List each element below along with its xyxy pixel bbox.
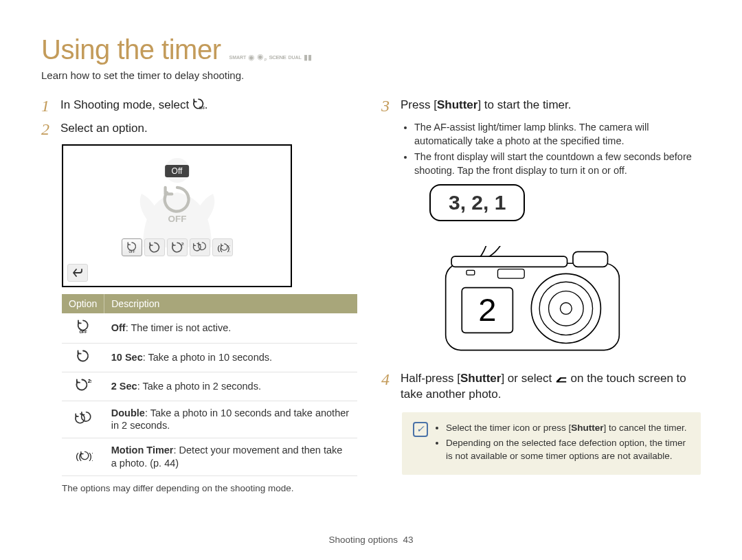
svg-rect-11 bbox=[451, 256, 567, 267]
page-root: Using the timer SMART ◉ ◉P SCENE DUAL ▮▮… bbox=[0, 0, 742, 521]
step-number: 4 bbox=[381, 371, 394, 403]
step-4-text: Half-press [Shutter] or select on the to… bbox=[401, 371, 701, 403]
timer-off-icon: OFF bbox=[192, 98, 205, 110]
svg-text:OFF: OFF bbox=[79, 330, 87, 334]
bullet: The front display will start the countdo… bbox=[414, 150, 701, 177]
step-2: 2 Select an option. bbox=[41, 121, 361, 137]
svg-point-15 bbox=[531, 274, 600, 344]
back-arrow-icon bbox=[555, 373, 567, 385]
row-icon bbox=[62, 401, 104, 438]
step-1-text: In Shooting mode, select OFF . bbox=[60, 98, 361, 114]
svg-text:OFF: OFF bbox=[128, 250, 135, 254]
step-1: 1 In Shooting mode, select OFF . bbox=[41, 98, 361, 114]
page-title: Using the timer bbox=[41, 34, 221, 65]
mode-icon-video: ▮▮ bbox=[304, 53, 312, 62]
option-strip: OFF 2s (()) bbox=[120, 236, 235, 258]
right-column: 3 Press [Shutter] to start the timer. Th… bbox=[381, 93, 701, 493]
option-off-chip[interactable]: OFF bbox=[122, 238, 142, 256]
step-3-bullets: The AF-assist light/timer lamp blinks. T… bbox=[402, 121, 701, 177]
row-icon: OFF bbox=[62, 313, 104, 343]
th-option: Option bbox=[62, 294, 104, 313]
table-row: 10 Sec: Take a photo in 10 seconds. bbox=[62, 343, 357, 372]
mode-icon-camera-p: ◉P bbox=[257, 52, 267, 62]
svg-text:((: (( bbox=[217, 244, 222, 252]
row-desc: 2 Sec: Take a photo in 2 seconds. bbox=[104, 372, 357, 401]
step-3-text: Press [Shutter] to start the timer. bbox=[401, 98, 701, 114]
step-number: 3 bbox=[381, 98, 394, 114]
info-item: Depending on the selected face defection… bbox=[446, 437, 690, 462]
svg-rect-12 bbox=[573, 252, 608, 267]
option-10s-chip[interactable] bbox=[144, 238, 165, 256]
svg-text:2s: 2s bbox=[181, 242, 184, 246]
off-badge: Off bbox=[165, 165, 190, 177]
svg-text:)): )) bbox=[227, 244, 229, 252]
mode-icon-camera: ◉ bbox=[248, 53, 255, 62]
bullet: The AF-assist light/timer lamp blinks. T… bbox=[414, 121, 701, 148]
table-row: 2s 2 Sec: Take a photo in 2 seconds. bbox=[62, 372, 357, 401]
svg-text:)): )) bbox=[89, 451, 93, 461]
mode-icon-smart: SMART bbox=[229, 55, 246, 60]
mode-icon-scene: SCENE bbox=[269, 54, 286, 60]
countdown-bubble: 3, 2, 1 bbox=[429, 184, 525, 221]
info-item: Select the timer icon or press [Shutter]… bbox=[446, 422, 690, 434]
info-box: ✓ Select the timer icon or press [Shutte… bbox=[402, 412, 701, 475]
page-footer: Shooting options 43 bbox=[0, 535, 742, 545]
step-number: 2 bbox=[41, 121, 54, 137]
back-button[interactable] bbox=[67, 264, 88, 282]
left-column: 1 In Shooting mode, select OFF . 2 Selec… bbox=[41, 93, 361, 493]
selected-option-large-icon: OFF bbox=[157, 183, 197, 226]
svg-text:2s: 2s bbox=[88, 378, 91, 384]
info-icon: ✓ bbox=[413, 422, 428, 437]
table-row: (()) Motion Timer: Detect your movement … bbox=[62, 438, 357, 476]
th-description: Description bbox=[104, 294, 357, 313]
options-table: Option Description OFF Off: The timer is… bbox=[62, 294, 357, 476]
footer-page-number: 43 bbox=[403, 535, 414, 545]
option-2s-chip[interactable]: 2s bbox=[167, 238, 188, 256]
row-desc: Motion Timer: Detect your movement and t… bbox=[104, 438, 357, 476]
front-display-number: 2 bbox=[478, 292, 496, 328]
step-1-prefix: In Shooting mode, select bbox=[60, 98, 192, 111]
svg-text:OFF: OFF bbox=[199, 107, 205, 110]
step-2-text: Select an option. bbox=[60, 121, 361, 137]
title-row: Using the timer SMART ◉ ◉P SCENE DUAL ▮▮ bbox=[41, 34, 701, 65]
step-4: 4 Half-press [Shutter] or select on the … bbox=[381, 371, 701, 403]
row-icon: (()) bbox=[62, 438, 104, 476]
step-number: 1 bbox=[41, 98, 54, 114]
step-1-suffix: . bbox=[205, 98, 208, 111]
row-icon bbox=[62, 343, 104, 372]
mode-icons: SMART ◉ ◉P SCENE DUAL ▮▮ bbox=[229, 52, 311, 62]
info-list: Select the timer icon or press [Shutter]… bbox=[446, 422, 690, 465]
row-icon: 2s bbox=[62, 372, 104, 401]
footer-section: Shooting options bbox=[328, 535, 398, 545]
off-label: OFF bbox=[168, 214, 186, 223]
step-3: 3 Press [Shutter] to start the timer. bbox=[381, 98, 701, 114]
row-desc: 10 Sec: Take a photo in 10 seconds. bbox=[104, 343, 357, 372]
option-double-chip[interactable] bbox=[190, 238, 210, 256]
mode-icon-dual: DUAL bbox=[288, 55, 301, 60]
screen-illustration: Off OFF OFF 2s (()) bbox=[62, 144, 292, 287]
row-desc: Double: Take a photo in 10 seconds and t… bbox=[104, 401, 357, 438]
camera-illustration: 3, 2, 1 bbox=[402, 184, 663, 363]
table-row: OFF Off: The timer is not active. bbox=[62, 313, 357, 343]
table-row: Double: Take a photo in 10 seconds and t… bbox=[62, 401, 357, 438]
subtitle: Learn how to set the timer to delay shoo… bbox=[41, 69, 701, 81]
row-desc: Off: The timer is not active. bbox=[104, 313, 357, 343]
option-motion-chip[interactable]: (()) bbox=[212, 238, 233, 256]
camera-line-art: 2 bbox=[423, 246, 642, 356]
options-note: The options may differ depending on the … bbox=[62, 483, 361, 493]
